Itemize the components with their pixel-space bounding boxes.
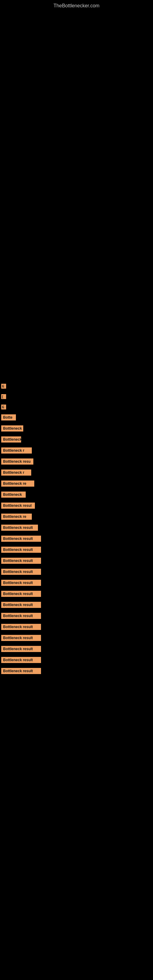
label-b4: Bottleneck r bbox=[1, 447, 152, 453]
label-b13: Bottleneck result bbox=[1, 547, 152, 553]
label-e3: E bbox=[1, 404, 152, 409]
label-b12: Bottleneck result bbox=[1, 536, 152, 542]
label-b19: Bottleneck result bbox=[1, 613, 152, 619]
label-b5: Bottleneck resu bbox=[1, 458, 152, 465]
label-b21: Bottleneck result bbox=[1, 635, 152, 641]
label-e1: E bbox=[1, 383, 152, 389]
label-b11: Bottleneck result bbox=[1, 525, 152, 531]
label-b16: Bottleneck result bbox=[1, 580, 152, 586]
label-b24: Bottleneck result bbox=[1, 668, 152, 674]
label-b7: Bottleneck re bbox=[1, 480, 152, 487]
labels-section: E [ E Botte Bottleneck Bottleneck Bottle… bbox=[0, 379, 153, 674]
label-e2: [ bbox=[1, 393, 152, 399]
chart-area bbox=[0, 12, 153, 379]
label-b10: Bottleneck re bbox=[1, 514, 152, 520]
label-b1: Botte bbox=[1, 414, 152, 420]
label-b14: Bottleneck result bbox=[1, 558, 152, 564]
label-b9: Bottleneck resul bbox=[1, 503, 152, 509]
label-b2: Bottleneck bbox=[1, 425, 152, 431]
label-b8: Bottleneck bbox=[1, 492, 152, 498]
site-title: TheBottlenecker.com bbox=[0, 0, 153, 12]
label-b15: Bottleneck result bbox=[1, 569, 152, 575]
label-b20: Bottleneck result bbox=[1, 624, 152, 630]
label-b6: Bottleneck r bbox=[1, 469, 152, 476]
label-b18: Bottleneck result bbox=[1, 602, 152, 608]
label-b3: Bottleneck bbox=[1, 436, 152, 442]
label-b22: Bottleneck result bbox=[1, 646, 152, 652]
label-b17: Bottleneck result bbox=[1, 591, 152, 597]
label-b23: Bottleneck result bbox=[1, 657, 152, 663]
